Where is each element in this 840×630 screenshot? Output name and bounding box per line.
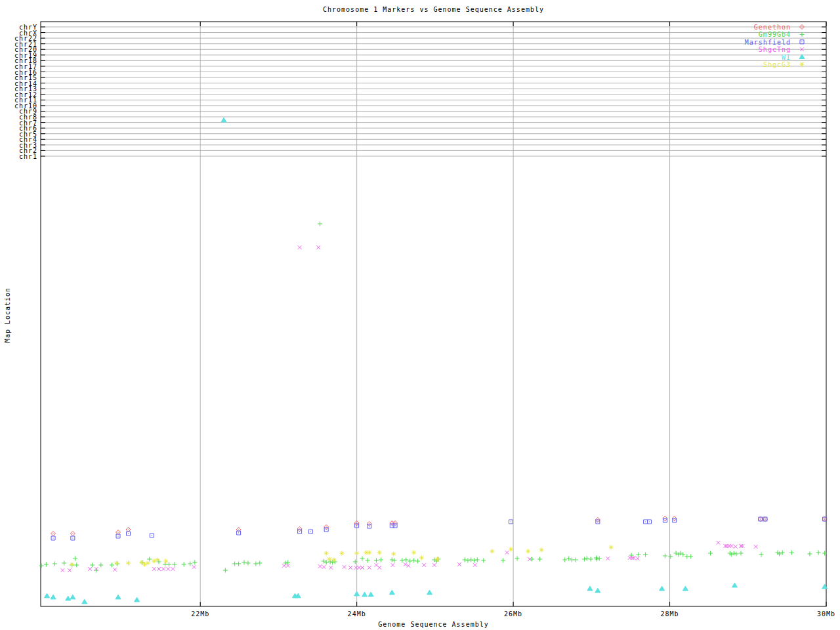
axis-ticks (41, 22, 826, 606)
y-axis-title: Map Location (4, 287, 11, 343)
chart-title: Chromosome 1 Markers vs Genome Sequence … (41, 6, 826, 13)
x-tick-24Mb: 24Mb (348, 610, 366, 618)
series-WI-points (45, 117, 828, 604)
x-tick-22Mb: 22Mb (191, 610, 209, 618)
legend-label-Gm99Gb4: Gm99Gb4 (759, 31, 791, 38)
series-Gm99Gb4-points (39, 222, 827, 573)
plot-svg (0, 0, 840, 630)
series-ShgcTng-points (61, 245, 758, 572)
legend-marker-ShgcG3 (800, 62, 805, 67)
x-axis-title: Genome Sequence Assembly (41, 621, 826, 628)
series-ShgcG3-points (70, 545, 613, 567)
legend-label-Genethon: Genethon (754, 24, 791, 31)
series-Marshfield-points (51, 517, 827, 540)
chart-canvas: Chromosome 1 Markers vs Genome Sequence … (0, 0, 840, 630)
legend-label-ShgcTng: ShgcTng (759, 46, 791, 53)
legend-marker-Marshfield (800, 40, 804, 44)
gridlines (41, 22, 826, 606)
x-tick-30Mb: 30Mb (817, 610, 835, 618)
legend-label-Marshfield: Marshfield (745, 38, 791, 45)
plot-border (41, 22, 826, 606)
series-Genethon-points (51, 516, 828, 536)
x-tick-28Mb: 28Mb (661, 610, 679, 618)
legend-label-WI: WI (782, 53, 791, 60)
y-tick-chr1: chr1 (0, 153, 37, 159)
legend-label-ShgcG3: ShgcG3 (763, 61, 791, 68)
x-tick-26Mb: 26Mb (504, 610, 522, 618)
